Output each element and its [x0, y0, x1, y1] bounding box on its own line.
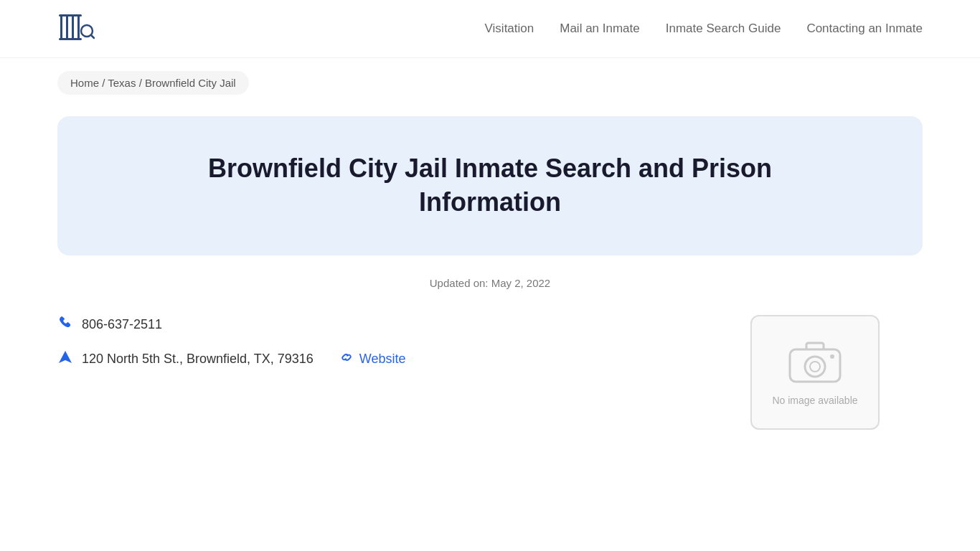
address-text: 120 North 5th St., Brownfield, TX, 79316: [82, 352, 314, 367]
breadcrumb: Home / Texas / Brownfield City Jail: [57, 71, 249, 95]
svg-rect-2: [72, 14, 74, 40]
logo[interactable]: [57, 11, 95, 46]
link-icon: [339, 350, 354, 368]
nav-visitation[interactable]: Visitation: [485, 22, 534, 36]
logo-icon: [57, 11, 95, 46]
website-link[interactable]: Website: [339, 350, 406, 368]
nav-contacting-inmate[interactable]: Contacting an Inmate: [806, 22, 923, 36]
info-left: 806-637-2511 120 North 5th St., Brownfie…: [57, 315, 707, 369]
location-icon: [57, 349, 73, 369]
nav-mail-inmate[interactable]: Mail an Inmate: [560, 22, 640, 36]
nav-inmate-search-guide[interactable]: Inmate Search Guide: [666, 22, 781, 36]
camera-icon: [786, 336, 844, 387]
breadcrumb-jail: Brownfield City Jail: [145, 77, 236, 89]
hero-section: Brownfield City Jail Inmate Search and P…: [57, 116, 923, 255]
svg-rect-3: [77, 14, 80, 40]
svg-rect-5: [59, 38, 82, 40]
website-label: Website: [359, 352, 406, 367]
no-image-box: No image available: [750, 315, 880, 430]
updated-date: Updated on: May 2, 2022: [0, 277, 980, 289]
phone-number: 806-637-2511: [82, 317, 162, 332]
address-website-row: 120 North 5th St., Brownfield, TX, 79316…: [57, 349, 707, 369]
svg-rect-1: [66, 14, 68, 40]
svg-marker-8: [59, 351, 72, 363]
info-section: 806-637-2511 120 North 5th St., Brownfie…: [0, 315, 980, 430]
phone-row: 806-637-2511: [57, 315, 707, 335]
svg-line-7: [91, 35, 94, 38]
page-title: Brownfield City Jail Inmate Search and P…: [203, 152, 777, 220]
phone-icon: [57, 315, 73, 335]
address-row: 120 North 5th St., Brownfield, TX, 79316: [57, 349, 314, 369]
svg-point-12: [830, 354, 834, 359]
breadcrumb-separator-2: /: [139, 77, 145, 89]
svg-point-11: [810, 362, 820, 372]
svg-rect-4: [59, 14, 82, 17]
breadcrumb-wrapper: Home / Texas / Brownfield City Jail: [0, 58, 980, 95]
no-image-text: No image available: [772, 394, 857, 408]
header: Visitation Mail an Inmate Inmate Search …: [0, 0, 980, 58]
svg-rect-0: [60, 14, 62, 40]
main-nav: Visitation Mail an Inmate Inmate Search …: [485, 22, 923, 36]
svg-point-10: [805, 357, 825, 377]
breadcrumb-state[interactable]: Texas: [108, 77, 136, 89]
breadcrumb-home[interactable]: Home: [70, 77, 99, 89]
